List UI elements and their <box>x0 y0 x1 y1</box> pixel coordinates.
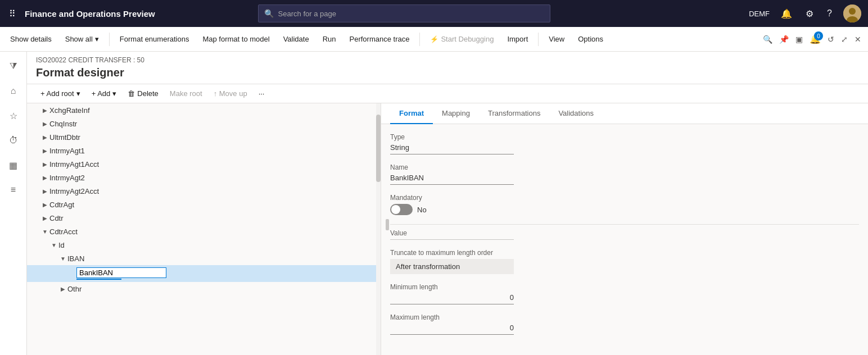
tree-node-intrmyAgt1Acct-label: IntrmyAgt1Acct <box>49 160 376 169</box>
expand-intrmyAgt2-icon[interactable]: ▶ <box>40 173 49 182</box>
show-details-label: Show details <box>10 35 52 43</box>
move-up-button[interactable]: ↑ Move up <box>209 87 252 101</box>
tree-node-othr[interactable]: ▶ Othr <box>27 282 381 295</box>
divider-3 <box>538 33 539 46</box>
prop-min-length-value: 0 <box>390 293 514 304</box>
delete-button[interactable]: 🗑 Delete <box>123 87 163 101</box>
tree-node-intrmyAgt1[interactable]: ▶ IntrmyAgt1 <box>27 144 381 157</box>
expand-cdtr-icon[interactable]: ▶ <box>40 213 49 222</box>
more-button[interactable]: ··· <box>254 87 269 101</box>
tree-node-xchrateInf[interactable]: ▶ XchgRateInf <box>27 103 381 117</box>
sidebar-grid-icon[interactable]: ▦ <box>3 155 24 175</box>
pin-icon[interactable]: 📌 <box>777 33 791 46</box>
tab-validations[interactable]: Validations <box>549 103 603 124</box>
prop-max-length-label: Maximum length <box>390 313 859 321</box>
expand-othr-icon[interactable]: ▶ <box>58 284 67 293</box>
validate-label: Validate <box>283 35 309 43</box>
panels-icon[interactable]: ▣ <box>793 33 805 46</box>
mandatory-toggle[interactable] <box>390 204 413 215</box>
prop-truncate-row: Truncate to maximum length order After t… <box>390 249 859 274</box>
show-all-button[interactable]: Show all ▾ <box>60 31 105 47</box>
tree-node-intrmyAgt2[interactable]: ▶ IntrmyAgt2 <box>27 171 381 184</box>
toggle-thumb <box>391 205 400 214</box>
tree-node-bankIban-input[interactable] <box>76 267 166 278</box>
expand-id-icon[interactable]: ▼ <box>49 240 58 249</box>
tree-node-cdtrAgt-label: CdtrAgt <box>49 201 376 209</box>
tree-node-intrmyAgt2Acct[interactable]: ▶ IntrmyAgt2Acct <box>27 184 381 198</box>
expand-intrmyAgt2Acct-icon[interactable]: ▶ <box>40 186 49 195</box>
main-layout: ⧩ ⌂ ☆ ⏱ ▦ ≡ ISO20022 CREDIT TRANSFER : 5… <box>0 52 868 355</box>
tree-node-cdtrAcct-label: CdtrAcct <box>49 227 376 236</box>
sidebar-list-icon[interactable]: ≡ <box>3 180 24 200</box>
show-all-chevron-icon: ▾ <box>95 35 99 43</box>
expand-xchrateInf-icon[interactable]: ▶ <box>40 106 49 115</box>
app-title: Finance and Operations Preview <box>25 9 155 19</box>
close-icon[interactable]: ✕ <box>852 33 864 46</box>
add-root-button[interactable]: + Add root ▾ <box>36 87 85 101</box>
tab-transformations[interactable]: Transformations <box>479 103 549 124</box>
search-bar[interactable]: 🔍 <box>258 4 550 22</box>
add-chevron-icon: ▾ <box>112 89 116 98</box>
search-input[interactable] <box>278 10 544 18</box>
prop-truncate-value[interactable]: After transformation <box>390 259 514 274</box>
tree-node-cdtrAgt[interactable]: ▶ CdtrAgt <box>27 198 381 211</box>
tab-format[interactable]: Format <box>390 103 433 124</box>
map-format-to-model-button[interactable]: Map format to model <box>197 31 275 47</box>
add-root-label: + Add root <box>40 89 74 98</box>
sidebar-icons: ⧩ ⌂ ☆ ⏱ ▦ ≡ <box>0 52 27 355</box>
tree-node-chqInstr-label: ChqInstr <box>49 120 376 128</box>
expand-cdtrAcct-icon[interactable]: ▼ <box>40 227 49 236</box>
tree-node-id[interactable]: ▼ Id <box>27 238 381 252</box>
tree-node-cdtrAcct[interactable]: ▼ CdtrAcct <box>27 225 381 238</box>
format-enumerations-button[interactable]: Format enumerations <box>114 31 195 47</box>
sidebar-filter-icon[interactable]: ⧩ <box>3 56 24 76</box>
expand-icon[interactable]: ⤢ <box>839 33 850 46</box>
divider-handle[interactable] <box>386 219 389 230</box>
help-icon[interactable]: ? <box>825 6 834 21</box>
expand-chqInstr-icon[interactable]: ▶ <box>40 119 49 128</box>
refresh-icon[interactable]: ↺ <box>825 33 837 46</box>
tree-node-ultmtDbtr[interactable]: ▶ UltmtDbtr <box>27 130 381 144</box>
gear-icon[interactable]: ⚙ <box>803 6 816 21</box>
tree-node-cdtr[interactable]: ▶ Cdtr <box>27 211 381 225</box>
prop-truncate-label: Truncate to maximum length order <box>390 249 859 257</box>
tree-node-chqInstr[interactable]: ▶ ChqInstr <box>27 117 381 130</box>
show-details-button[interactable]: Show details <box>4 31 57 47</box>
expand-intrmyAgt1Acct-icon[interactable]: ▶ <box>40 160 49 169</box>
tree-panel[interactable]: ▶ XchgRateInf ▶ ChqInstr ▶ UltmtDbtr ▶ I… <box>27 103 381 355</box>
prop-value-row: Value <box>390 229 859 240</box>
tree-node-intrmyAgt1-label: IntrmyAgt1 <box>49 147 376 155</box>
tab-mapping[interactable]: Mapping <box>433 103 479 124</box>
run-button[interactable]: Run <box>317 31 342 47</box>
sidebar-star-icon[interactable]: ☆ <box>3 106 24 126</box>
make-root-button[interactable]: Make root <box>165 87 207 101</box>
options-button[interactable]: Options <box>572 31 609 47</box>
validate-button[interactable]: Validate <box>278 31 315 47</box>
props-panel: Format Mapping Transformations Validatio… <box>381 103 868 355</box>
import-button[interactable]: Import <box>501 31 534 47</box>
tree-node-iban[interactable]: ▼ IBAN <box>27 252 381 265</box>
performance-trace-button[interactable]: Performance trace <box>344 31 415 47</box>
bell-icon[interactable]: 🔔 <box>779 6 794 21</box>
prop-mandatory-label: Mandatory <box>390 194 859 202</box>
tree-scrollbar[interactable] <box>376 103 381 355</box>
options-label: Options <box>578 35 603 43</box>
prop-name-value: BankIBAN <box>390 174 514 185</box>
waffle-icon[interactable]: ⠿ <box>7 6 18 21</box>
expand-cdtrAgt-icon[interactable]: ▶ <box>40 200 49 209</box>
tree-scrollbar-thumb[interactable] <box>376 115 381 182</box>
tree-node-bankIban[interactable]: ▶ <box>27 265 381 282</box>
start-debugging-button[interactable]: ⚡ Start Debugging <box>424 31 499 47</box>
avatar[interactable] <box>843 4 861 22</box>
view-button[interactable]: View <box>543 31 570 47</box>
add-button[interactable]: + Add ▾ <box>87 87 121 101</box>
top-bar-right: DEMF 🔔 ⚙ ? <box>749 4 861 22</box>
expand-intrmyAgt1-icon[interactable]: ▶ <box>40 146 49 155</box>
sidebar-clock-icon[interactable]: ⏱ <box>3 130 24 151</box>
search-cmd-icon[interactable]: 🔍 <box>761 33 775 46</box>
expand-iban-icon[interactable]: ▼ <box>58 254 67 263</box>
tree-node-intrmyAgt1Acct[interactable]: ▶ IntrmyAgt1Acct <box>27 157 381 171</box>
sidebar-home-icon[interactable]: ⌂ <box>3 81 24 101</box>
expand-ultmtDbtr-icon[interactable]: ▶ <box>40 133 49 142</box>
tree-node-iban-label: IBAN <box>67 254 376 263</box>
